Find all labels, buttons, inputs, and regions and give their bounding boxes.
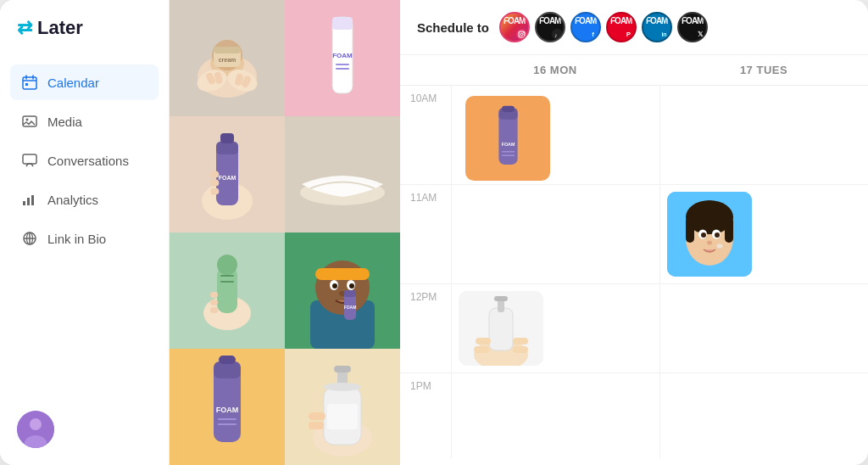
svg-rect-44 [285,116,400,232]
post-thumb-tue-11am[interactable] [667,192,752,277]
sidebar-item-linkinbio[interactable]: Link in Bio [10,221,159,256]
svg-rect-4 [25,83,28,86]
foam-tube-svg-10am: FOAM [493,104,523,172]
social-icon-tiktok[interactable]: FOAM ♪ [535,12,565,42]
sidebar-item-media[interactable]: Media [10,104,159,139]
svg-text:FOAM: FOAM [344,305,357,310]
time-label-1pm: 1PM [400,373,451,458]
svg-point-6 [26,119,29,121]
media-cell-3[interactable]: FOAM [170,116,285,232]
svg-text:FOAM: FOAM [216,406,239,414]
media-icon [20,112,39,131]
social-icon-pinterest[interactable]: FOAM P [606,12,637,42]
day-header-mon: 16 MON [451,55,659,85]
svg-point-79 [324,383,361,391]
pump-hand-svg [459,291,543,366]
schedule-to-label: Schedule to [417,20,489,35]
time-col-tue-11am[interactable] [659,185,868,283]
svg-rect-0 [23,77,36,89]
nav-items: Calendar Media [0,64,169,394]
time-col-mon-1pm [451,373,659,458]
time-col-mon-11am [451,185,659,283]
svg-point-86 [520,33,523,36]
foam-label-tiktok: FOAM [539,16,560,25]
instagram-platform-dot [516,29,527,40]
sidebar: ⇄ Later Calendar [0,0,170,465]
time-grid[interactable]: 10AM FOAM [400,86,868,465]
svg-rect-114 [513,346,528,353]
svg-point-105 [716,244,723,249]
foam-label-facebook: FOAM [575,16,596,25]
time-row-11am: 11AM [400,185,868,284]
svg-rect-10 [31,195,34,205]
svg-text:cream: cream [219,57,236,63]
time-label-11am: 11AM [400,185,451,283]
post-thumb-mon-10am[interactable]: FOAM [465,96,550,181]
time-label-12pm: 12PM [400,284,451,373]
svg-rect-84 [309,422,324,429]
svg-rect-111 [476,338,491,345]
svg-rect-98 [686,217,694,243]
media-cell-8[interactable] [285,349,400,465]
app-container: ⇄ Later Calendar [0,0,868,465]
svg-rect-108 [489,308,513,350]
svg-rect-83 [309,412,324,420]
sidebar-item-conversations-label: Conversations [47,154,129,168]
media-grid: cream FOAM FOAM [170,0,400,465]
foam-label-twitter: FOAM [682,16,703,25]
media-cell-5[interactable] [170,232,285,349]
sidebar-item-analytics-label: Analytics [47,193,98,207]
media-cell-7[interactable]: FOAM [170,349,285,465]
time-col-tue-12pm [659,284,868,373]
time-col-mon-10am[interactable]: FOAM [451,86,659,184]
media-cell-1[interactable]: cream [170,0,285,116]
svg-rect-8 [23,201,25,205]
calendar-area: Schedule to FOAM FOAM ♪ [400,0,868,465]
social-icon-twitter[interactable]: FOAM 𝕏 [677,12,708,42]
svg-rect-72 [218,418,236,420]
social-icon-facebook[interactable]: FOAM f [570,12,601,42]
sidebar-item-calendar-label: Calendar [47,76,99,90]
svg-point-87 [523,32,524,33]
time-col-tue-1pm [659,373,868,458]
social-icons: FOAM FOAM ♪ FOAM f [499,12,708,42]
time-row-10am: 10AM FOAM [400,86,868,185]
svg-rect-78 [334,366,351,373]
svg-point-49 [217,255,237,275]
time-row-12pm: 12PM [400,284,868,373]
svg-point-102 [701,232,706,238]
pinterest-platform-dot: P [623,29,634,40]
svg-point-103 [715,232,720,238]
svg-rect-109 [498,300,504,312]
svg-rect-113 [513,338,528,345]
facebook-platform-dot: f [587,29,598,40]
calendar-header: Schedule to FOAM FOAM ♪ [400,0,868,55]
svg-rect-53 [210,300,218,305]
media-cell-6[interactable]: FOAM [285,232,400,349]
svg-text:♪: ♪ [554,32,558,38]
avatar[interactable] [17,411,54,448]
svg-rect-70 [219,356,236,364]
social-icon-linkedin[interactable]: FOAM in [642,12,672,42]
social-icon-instagram[interactable]: FOAM [499,12,530,42]
svg-rect-9 [27,198,30,205]
day-header-tue: 17 TUES [659,55,868,85]
svg-point-104 [707,241,712,245]
sidebar-item-analytics[interactable]: Analytics [10,182,159,217]
media-cell-2[interactable]: FOAM [285,0,400,116]
time-col-mon-12pm[interactable] [451,284,659,373]
media-cell-4[interactable] [285,116,400,232]
sidebar-item-conversations[interactable]: Conversations [10,143,159,178]
svg-rect-99 [725,217,733,243]
day-headers: 16 MON 17 TUES [400,55,868,86]
svg-rect-31 [332,17,353,30]
svg-rect-94 [501,155,514,156]
svg-rect-93 [501,151,514,152]
svg-rect-73 [218,423,236,425]
post-thumb-mon-12pm[interactable] [459,291,543,366]
sidebar-item-calendar[interactable]: Calendar [10,64,159,100]
svg-rect-52 [210,292,218,298]
svg-rect-27 [214,47,241,53]
svg-rect-58 [315,268,370,280]
svg-point-61 [332,283,337,289]
